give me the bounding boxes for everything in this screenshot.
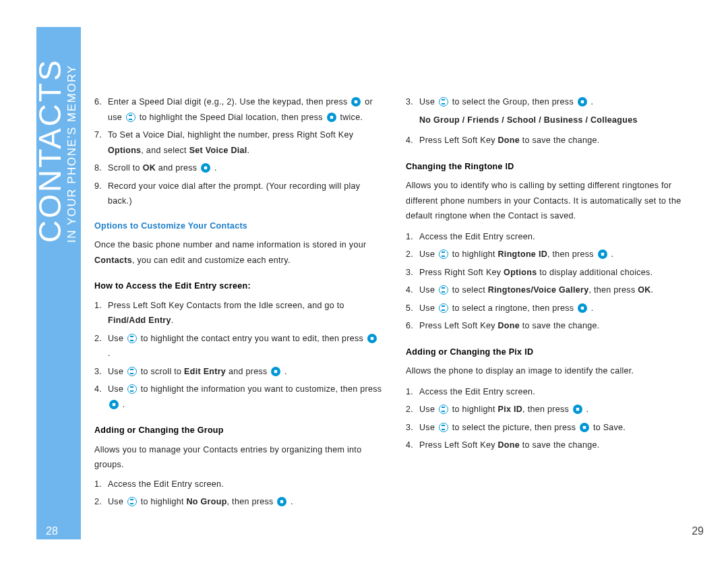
text: to save the change. <box>522 321 600 330</box>
text: to highlight <box>141 497 184 506</box>
text: to highlight the information you want to… <box>141 384 382 394</box>
nav-icon <box>439 303 448 313</box>
bold: OK <box>638 285 650 295</box>
nav-icon <box>439 405 448 414</box>
menu-ok-icon <box>367 334 377 343</box>
subheading-group: Adding or Changing the Group <box>94 423 383 438</box>
bold: Ringtone ID <box>498 249 547 259</box>
menu-ok-icon <box>327 113 336 122</box>
menu-ok-icon <box>277 497 286 506</box>
nav-icon <box>439 249 448 259</box>
text: Access the Edit Entry screen. <box>108 477 383 492</box>
group-step-1: 1. Access the Edit Entry screen. <box>94 477 383 492</box>
text: Record your voice dial after the prompt.… <box>108 179 383 209</box>
bold: Contacts <box>94 256 132 265</box>
text: Use <box>419 97 435 107</box>
page-number-right: 29 <box>692 525 704 537</box>
nav-icon <box>439 423 448 432</box>
text: twice. <box>340 113 363 122</box>
text: Use <box>419 249 435 259</box>
nav-icon <box>127 367 137 376</box>
bold: OK <box>143 163 156 173</box>
menu-ok-icon <box>573 405 582 414</box>
step-9: 9. Record your voice dial after the prom… <box>94 179 383 209</box>
menu-ok-icon <box>109 400 119 409</box>
text: to save the change. <box>522 136 600 145</box>
edit-step-2: 2. Use to highlight the contact entry yo… <box>94 331 383 361</box>
text: Once the basic phone number and name inf… <box>94 240 366 249</box>
text: Use <box>419 405 435 414</box>
sidebar-subtitle: IN YOUR PHONE'S MEMORY <box>65 65 78 243</box>
menu-ok-icon <box>201 163 210 173</box>
paragraph: Allows the phone to display an image to … <box>406 363 694 379</box>
document-spread: CONTACTS IN YOUR PHONE'S MEMORY 6. Enter… <box>0 0 728 563</box>
text: to highlight <box>452 405 495 414</box>
menu-ok-icon <box>578 303 587 313</box>
subheading-pix: Adding or Changing the Pix ID <box>406 345 694 360</box>
bold: Done <box>497 321 519 330</box>
text: Use <box>108 384 123 394</box>
menu-ok-icon <box>271 367 280 376</box>
text: to highlight <box>452 249 495 259</box>
text: to select the Group, then press <box>452 97 574 107</box>
bold: No Group <box>187 497 227 506</box>
text: to select a ringtone, then press <box>452 303 574 313</box>
nav-icon <box>127 384 137 394</box>
paragraph: Once the basic phone number and name inf… <box>94 237 383 268</box>
nav-icon <box>439 97 448 107</box>
text: Press Left Soft Key <box>419 136 495 145</box>
paragraph: Allows you to identify who is calling by… <box>406 178 694 224</box>
text: to Save. <box>593 423 626 432</box>
section-heading-options: Options to Customize Your Contacts <box>94 218 383 234</box>
ring-step-5: 5. Use to select a ringtone, then press … <box>406 301 694 316</box>
edit-step-1: 1. Press Left Soft Key Contacts from the… <box>94 298 383 328</box>
left-column: 6. Enter a Speed Dial digit (e.g., 2). U… <box>94 94 383 512</box>
bold: Done <box>497 136 519 145</box>
text: Scroll to <box>108 163 140 173</box>
right-column: 3. Use to select the Group, then press .… <box>406 94 694 512</box>
sidebar-tab: CONTACTS IN YOUR PHONE'S MEMORY <box>36 27 81 539</box>
ring-step-1: 1. Access the Edit Entry screen. <box>406 229 694 245</box>
nav-icon <box>439 285 448 295</box>
text: Use <box>419 423 435 432</box>
nav-icon <box>126 113 135 122</box>
text: Use <box>108 497 123 506</box>
text: and press <box>229 367 268 376</box>
text: , you can edit and customize each entry. <box>132 256 291 265</box>
text: Use <box>108 334 123 343</box>
group-step-3: 3. Use to select the Group, then press . <box>406 94 694 110</box>
sidebar-title-block: CONTACTS IN YOUR PHONE'S MEMORY <box>36 27 81 539</box>
bold: Find/Add Entry <box>108 316 171 325</box>
step-8: 8. Scroll to OK and press . <box>94 160 383 176</box>
bold: Edit Entry <box>184 367 226 376</box>
text: to highlight the contact entry you want … <box>141 334 363 343</box>
text: to select the picture, then press <box>452 423 576 432</box>
step-7: 7. To Set a Voice Dial, highlight the nu… <box>94 127 383 158</box>
subheading-ringtone: Changing the Ringtone ID <box>406 159 694 175</box>
bold: Options <box>504 268 537 277</box>
text: , and select <box>141 146 187 155</box>
ring-step-3: 3. Press Right Soft Key Options to displ… <box>406 265 694 280</box>
text: Press Left Soft Key <box>419 321 495 330</box>
edit-step-4: 4. Use to highlight the information you … <box>94 382 383 412</box>
text: To Set a Voice Dial, highlight the numbe… <box>108 130 353 140</box>
bold: Pix ID <box>498 405 523 414</box>
text: Press Left Soft Key Contacts from the Id… <box>108 301 344 310</box>
text: and press <box>158 163 198 173</box>
bold: Ringtones/Voice Gallery <box>488 285 589 295</box>
group-options-bold: No Group / Friends / School / Business /… <box>419 115 638 125</box>
ring-step-4: 4. Use to select Ringtones/Voice Gallery… <box>406 283 694 298</box>
ring-step-6: 6. Press Left Soft Key Done to save the … <box>406 318 694 334</box>
text: Use <box>419 285 435 295</box>
text: Use <box>419 303 435 313</box>
pix-step-3: 3. Use to select the picture, then press… <box>406 420 694 436</box>
menu-ok-icon <box>578 97 587 107</box>
pix-step-4: 4. Press Left Soft Key Done to save the … <box>406 438 694 453</box>
text: to save the change. <box>522 440 600 450</box>
subheading-edit-entry: How to Access the Edit Entry screen: <box>94 278 383 294</box>
text: to scroll to <box>141 367 182 376</box>
bold: Options <box>108 146 141 155</box>
text: , then press <box>227 497 274 506</box>
nav-icon <box>127 497 137 506</box>
menu-ok-icon <box>580 423 589 432</box>
